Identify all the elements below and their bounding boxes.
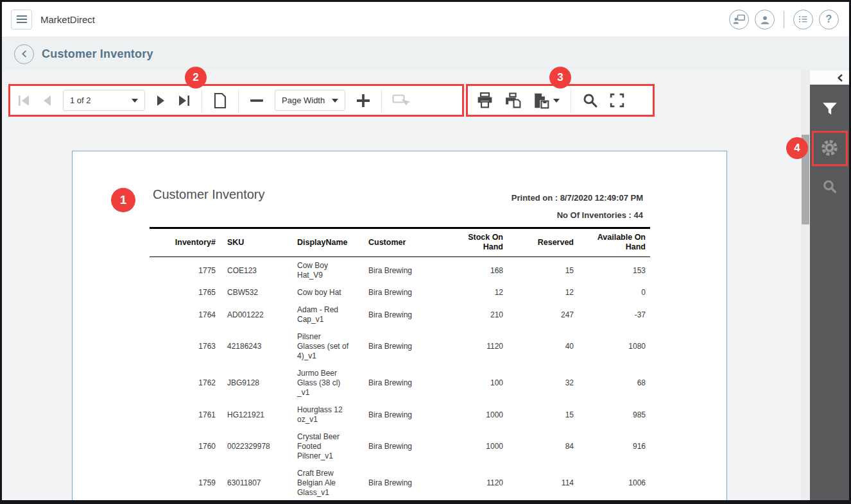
cell-display_name: Jurmo Beer Glass (38 cl) _v1 (297, 365, 368, 401)
cell-available_on_hand: 985 (574, 401, 650, 428)
cell-reserved: 15 (503, 401, 574, 428)
cell-display_name: Craft Brew Belgian Ale Glass_v1 (297, 465, 368, 501)
last-page-icon (177, 94, 191, 107)
page-icon (212, 92, 228, 109)
table-row: 1761HG121921Hourglass 12 oz_v1Bira Brewi… (150, 401, 650, 428)
table-row: 1775COE123Cow Boy Hat_V9Bira Brewing1681… (150, 257, 650, 285)
table-row: 175963011807Craft Brew Belgian Ale Glass… (150, 465, 650, 501)
printed-on-text: Printed on : 8/7/2020 12:49:07 PM (511, 189, 643, 206)
cell-display_name: Cow boy Hat (297, 284, 368, 301)
chevron-left-icon (837, 74, 843, 82)
search-icon (582, 92, 598, 108)
cell-stock_on_hand: 210 (435, 301, 503, 328)
column-header-display_name: DisplayName (297, 228, 368, 257)
cell-inventory: 1759 (150, 465, 216, 501)
app-header: MarketDirect (2, 2, 849, 37)
select-tool-icon (392, 93, 410, 108)
impersonate-button[interactable] (729, 10, 749, 29)
page-title: Customer Inventory (42, 47, 153, 61)
cell-stock_on_hand: 1000 (435, 428, 503, 465)
report-page: Customer Inventory Printed on : 8/7/2020… (72, 151, 727, 504)
print-button[interactable] (476, 89, 494, 112)
cell-stock_on_hand: 1120 (435, 465, 503, 501)
settings-button[interactable] (812, 131, 848, 164)
menu-button[interactable] (11, 10, 32, 29)
zoom-in-icon (356, 93, 371, 108)
select-tool-button[interactable] (392, 89, 410, 112)
table-row: 1765CBW532Cow boy HatBira Brewing12120 (150, 284, 650, 301)
report-title: Customer Inventory (153, 187, 265, 202)
zoom-in-button[interactable] (356, 89, 371, 112)
search-icon (821, 178, 838, 194)
cell-stock_on_hand: 168 (435, 257, 503, 285)
cell-inventory: 1761 (150, 401, 216, 428)
page-view-button[interactable] (212, 89, 228, 112)
cell-inventory: 1764 (150, 301, 216, 328)
help-icon: ? (826, 13, 832, 25)
first-page-icon (17, 94, 31, 107)
cell-reserved: 247 (503, 301, 574, 328)
cell-stock_on_hand: 12 (435, 284, 503, 301)
export-icon (533, 92, 550, 109)
fullscreen-button[interactable] (609, 89, 625, 112)
cell-reserved: 84 (503, 428, 574, 465)
column-header-inventory: Inventory# (150, 228, 216, 257)
cell-reserved: 114 (503, 465, 574, 501)
zoom-selector[interactable]: Page Width (275, 90, 345, 111)
caret-down-icon (332, 99, 338, 103)
page-selector[interactable]: 1 of 2 (63, 90, 145, 111)
zoom-out-icon (249, 93, 264, 108)
caret-down-icon[interactable] (553, 99, 560, 103)
app-window: MarketDirect (0, 0, 851, 504)
inventory-count-text: No Of Inventories : 44 (511, 206, 643, 224)
cell-stock_on_hand: 1000 (435, 401, 503, 428)
toolbar-separator (238, 89, 239, 112)
toolbar-separator (571, 89, 571, 112)
callout-badge-1: 1 (111, 188, 135, 212)
header-actions: ? (729, 10, 840, 29)
inventory-table-body: 1775COE123Cow Boy Hat_V9Bira Brewing1681… (150, 257, 650, 504)
export-control (533, 89, 560, 112)
vertical-scrollbar[interactable] (801, 71, 810, 502)
cell-customer: Bira Brewing (368, 365, 435, 401)
toolbar-separator (381, 89, 382, 112)
zoom-out-button[interactable] (249, 89, 264, 112)
cell-stock_on_hand: 100 (435, 365, 503, 401)
cell-available_on_hand: 1080 (574, 328, 650, 365)
first-page-button[interactable] (17, 89, 31, 112)
print-page-icon (504, 92, 522, 108)
cell-customer: Bira Brewing (368, 428, 435, 465)
list-button[interactable] (793, 10, 813, 29)
export-button[interactable] (533, 89, 550, 112)
previous-page-button[interactable] (41, 89, 53, 112)
printer-icon (476, 92, 494, 108)
next-page-button[interactable] (155, 89, 167, 112)
cell-display_name: Beer shaped Glass with logo_v1 (297, 501, 368, 504)
column-header-reserved: Reserved (503, 228, 574, 257)
print-page-button[interactable] (504, 89, 522, 112)
last-page-button[interactable] (177, 89, 191, 112)
search-button[interactable] (582, 89, 598, 112)
header-divider (784, 11, 784, 28)
cell-available_on_hand: 916 (574, 428, 650, 465)
table-row: 176342186243Pilsner Glasses (set of 4)_v… (150, 328, 650, 365)
filter-button[interactable] (812, 92, 848, 126)
hamburger-icon (16, 15, 28, 24)
cell-available_on_hand: 0 (574, 284, 650, 301)
page-selector-value: 1 of 2 (70, 96, 91, 105)
collapse-panel-button[interactable] (837, 74, 843, 82)
cell-customer: Bira Brewing (368, 465, 435, 501)
cell-available_on_hand: 1006 (574, 465, 650, 501)
caret-down-icon (132, 99, 138, 103)
cell-sku: 0022329978 (216, 428, 297, 465)
back-button[interactable] (14, 44, 34, 64)
cell-sku: AD001222 (216, 301, 297, 328)
help-button[interactable]: ? (819, 10, 839, 29)
cell-available_on_hand: 153 (574, 257, 650, 285)
chevron-left-icon (20, 49, 29, 58)
filter-icon (821, 101, 838, 117)
table-header-row: Inventory#SKUDisplayNameCustomerStock On… (150, 228, 650, 257)
profile-button[interactable] (755, 10, 775, 29)
search-panel-button[interactable] (812, 169, 848, 203)
cell-stock_on_hand: 1120 (435, 328, 503, 365)
